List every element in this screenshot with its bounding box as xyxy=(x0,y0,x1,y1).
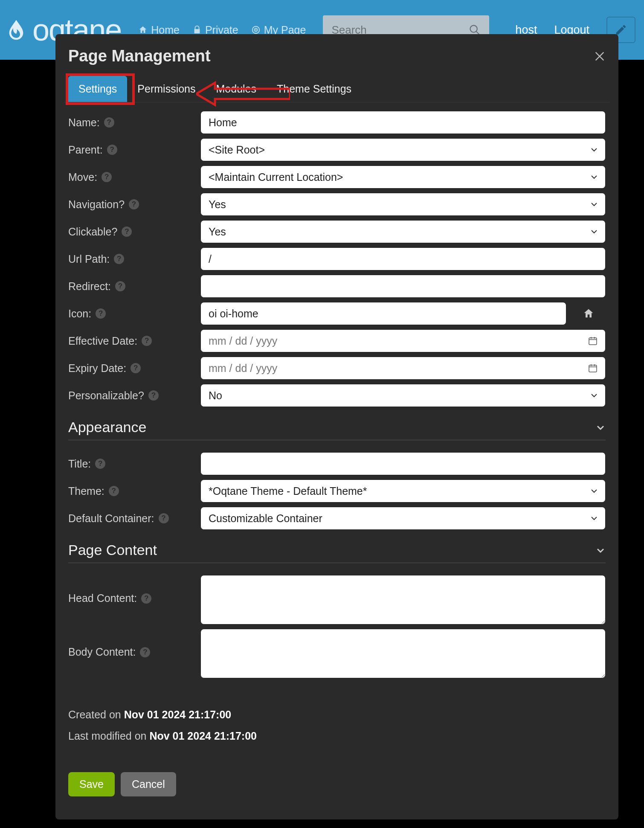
parent-select[interactable]: <Site Root> xyxy=(200,138,606,161)
move-select[interactable]: <Maintain Current Location> xyxy=(200,166,606,189)
section-page-content[interactable]: Page Content xyxy=(68,534,606,563)
tab-modules[interactable]: Modules xyxy=(206,76,267,102)
tab-settings[interactable]: Settings xyxy=(68,76,127,102)
save-button[interactable]: Save xyxy=(68,772,115,796)
lock-icon xyxy=(192,25,202,35)
label-expiry: Expiry Date: xyxy=(68,362,126,375)
help-icon[interactable]: ? xyxy=(141,593,151,604)
calendar-icon[interactable] xyxy=(588,336,598,346)
body-content-textarea[interactable] xyxy=(200,629,606,678)
clickable-select[interactable]: Yes xyxy=(200,220,606,243)
label-redirect: Redirect: xyxy=(68,280,111,293)
help-icon[interactable]: ? xyxy=(95,459,105,469)
help-icon[interactable]: ? xyxy=(129,199,139,209)
chevron-down-icon xyxy=(595,545,606,555)
label-clickable: Clickable? xyxy=(68,226,117,238)
tab-theme-settings[interactable]: Theme Settings xyxy=(267,76,362,102)
redirect-input[interactable] xyxy=(200,275,606,298)
label-effective: Effective Date: xyxy=(68,335,137,347)
svg-point-3 xyxy=(470,26,477,32)
label-parent: Parent: xyxy=(68,144,103,156)
urlpath-input[interactable] xyxy=(200,247,606,270)
personalizable-select[interactable]: No xyxy=(200,384,606,407)
effective-date-input[interactable] xyxy=(200,329,606,352)
icon-preview xyxy=(571,302,606,325)
logo-icon xyxy=(4,18,28,42)
icon-input[interactable] xyxy=(200,302,566,325)
svg-point-2 xyxy=(255,29,256,31)
theme-select[interactable]: *Oqtane Theme - Default Theme* xyxy=(200,479,606,503)
chevron-down-icon xyxy=(595,422,606,433)
help-icon[interactable]: ? xyxy=(104,117,114,128)
tab-permissions[interactable]: Permissions xyxy=(127,76,206,102)
page-management-modal: Page Management Settings Permissions Mod… xyxy=(55,34,618,819)
container-select[interactable]: Customizable Container xyxy=(200,507,606,530)
title-input[interactable] xyxy=(200,452,606,475)
label-container: Default Container: xyxy=(68,512,154,525)
help-icon[interactable]: ? xyxy=(115,281,125,291)
help-icon[interactable]: ? xyxy=(131,363,141,373)
help-icon[interactable]: ? xyxy=(96,308,106,319)
cancel-button[interactable]: Cancel xyxy=(121,772,176,796)
meta-info: Created on Nov 01 2024 21:17:00 Last mod… xyxy=(68,704,606,747)
help-icon[interactable]: ? xyxy=(142,336,152,346)
home-icon xyxy=(138,25,148,35)
calendar-icon[interactable] xyxy=(588,363,598,373)
target-icon xyxy=(251,25,261,35)
label-theme: Theme: xyxy=(68,485,104,497)
help-icon[interactable]: ? xyxy=(102,172,112,182)
section-appearance[interactable]: Appearance xyxy=(68,411,606,440)
help-icon[interactable]: ? xyxy=(140,647,150,657)
close-icon[interactable] xyxy=(594,50,606,62)
label-move: Move: xyxy=(68,171,97,183)
label-title: Title: xyxy=(68,458,91,470)
name-input[interactable] xyxy=(200,111,606,134)
label-urlpath: Url Path: xyxy=(68,253,110,265)
help-icon[interactable]: ? xyxy=(148,390,159,401)
label-navigation: Navigation? xyxy=(68,198,125,211)
label-body: Body Content: xyxy=(68,646,136,658)
help-icon[interactable]: ? xyxy=(122,227,132,237)
help-icon[interactable]: ? xyxy=(107,145,117,155)
help-icon[interactable]: ? xyxy=(109,486,119,496)
tabs: Settings Permissions Modules Theme Setti… xyxy=(64,76,610,102)
label-head: Head Content: xyxy=(68,592,137,604)
help-icon[interactable]: ? xyxy=(159,513,169,523)
help-icon[interactable]: ? xyxy=(114,254,124,264)
svg-rect-12 xyxy=(589,365,597,372)
head-content-textarea[interactable] xyxy=(200,575,606,625)
modal-title: Page Management xyxy=(68,47,211,65)
label-icon: Icon: xyxy=(68,308,91,320)
label-name: Name: xyxy=(68,116,100,129)
navigation-select[interactable]: Yes xyxy=(200,193,606,216)
expiry-date-input[interactable] xyxy=(200,357,606,380)
svg-rect-8 xyxy=(589,338,597,345)
home-icon xyxy=(583,308,595,320)
label-personalizable: Personalizable? xyxy=(68,389,144,402)
